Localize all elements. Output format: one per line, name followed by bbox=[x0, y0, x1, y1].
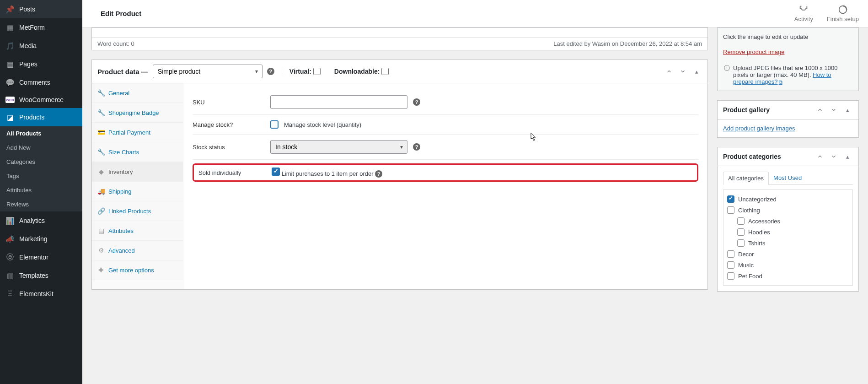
pin-icon: 📌 bbox=[5, 5, 15, 14]
menu-templates-label: Templates bbox=[19, 272, 48, 279]
tab-size-charts[interactable]: 🔧Size Charts bbox=[92, 142, 183, 162]
inventory-pane: SKU ? Manage stock? Manage st bbox=[183, 83, 707, 289]
upload-note-text: Upload JPEG files that are 1000 x 1000 p… bbox=[733, 65, 853, 85]
menu-woocommerce[interactable]: wooWooCommerce bbox=[0, 92, 82, 108]
media-icon: 🎵 bbox=[5, 41, 15, 50]
virtual-checkbox[interactable] bbox=[313, 68, 321, 75]
cat-item-clothing[interactable]: Clothing bbox=[727, 205, 849, 216]
panel-toggle-button[interactable]: ▴ bbox=[842, 151, 853, 162]
templates-icon: ▥ bbox=[5, 271, 15, 280]
card-icon: 💳 bbox=[97, 129, 105, 136]
submenu-all-products[interactable]: All Products bbox=[0, 126, 82, 141]
menu-posts[interactable]: 📌Posts bbox=[0, 0, 82, 18]
panel-up-button[interactable] bbox=[664, 66, 675, 77]
virtual-option[interactable]: Virtual: bbox=[289, 68, 321, 75]
sold-individually-checkbox[interactable] bbox=[272, 168, 280, 176]
panel-toggle-button[interactable]: ▴ bbox=[842, 104, 853, 115]
cat-item-petfood[interactable]: Pet Food bbox=[727, 270, 849, 281]
tab-inventory[interactable]: ◆Inventory bbox=[92, 162, 183, 182]
downloadable-checkbox[interactable] bbox=[381, 68, 389, 75]
tab-get-more[interactable]: ✚Get more options bbox=[92, 260, 183, 280]
manage-stock-checkbox[interactable] bbox=[270, 120, 279, 129]
last-edited: Last edited by Wasim on December 26, 202… bbox=[553, 40, 702, 47]
word-count: Word count: 0 bbox=[97, 40, 134, 47]
cat-checkbox[interactable] bbox=[727, 206, 734, 214]
cat-item-uncategorized[interactable]: Uncategorized bbox=[727, 194, 849, 205]
help-icon[interactable]: ? bbox=[375, 170, 382, 178]
wrench-icon: 🔧 bbox=[97, 109, 105, 116]
panel-toggle-button[interactable]: ▴ bbox=[691, 66, 702, 77]
external-icon: ⧉ bbox=[779, 79, 782, 85]
add-gallery-images-link[interactable]: Add product gallery images bbox=[723, 125, 795, 132]
submenu-attributes[interactable]: Attributes bbox=[0, 183, 82, 197]
downloadable-option[interactable]: Downloadable: bbox=[334, 68, 389, 75]
menu-media-label: Media bbox=[19, 42, 37, 49]
product-data-tabs: 🔧General 🔧Shopengine Badge 💳Partial Paym… bbox=[92, 83, 183, 289]
tab-attributes[interactable]: ▤Attributes bbox=[92, 221, 183, 241]
manage-stock-text: Manage stock level (quantity) bbox=[284, 121, 361, 128]
link-icon: 🔗 bbox=[97, 207, 105, 215]
menu-comments[interactable]: 💬Comments bbox=[0, 73, 82, 92]
wrench-icon: 🔧 bbox=[97, 89, 105, 97]
cat-checkbox[interactable] bbox=[737, 228, 745, 236]
help-icon[interactable]: ? bbox=[413, 98, 420, 106]
submenu-reviews[interactable]: Reviews bbox=[0, 197, 82, 211]
product-type-select[interactable]: Simple product bbox=[153, 65, 263, 78]
menu-marketing[interactable]: 📣Marketing bbox=[0, 230, 82, 248]
menu-comments-label: Comments bbox=[19, 79, 50, 86]
help-icon[interactable]: ? bbox=[267, 68, 274, 75]
cat-checkbox[interactable] bbox=[727, 195, 734, 203]
tab-linked-products[interactable]: 🔗Linked Products bbox=[92, 201, 183, 221]
panel-down-button[interactable] bbox=[828, 104, 839, 115]
menu-elementor[interactable]: ⓔElementor bbox=[0, 248, 82, 266]
cat-tab-most-used[interactable]: Most Used bbox=[769, 172, 806, 184]
menu-pages[interactable]: ▤Pages bbox=[0, 55, 82, 73]
tab-shopengine-badge[interactable]: 🔧Shopengine Badge bbox=[92, 103, 183, 123]
cat-item-tshirts[interactable]: Tshirts bbox=[727, 238, 849, 249]
product-categories-title: Product categories bbox=[723, 153, 781, 160]
panel-down-button[interactable] bbox=[828, 151, 839, 162]
menu-analytics[interactable]: 📊Analytics bbox=[0, 211, 82, 230]
submenu-add-new[interactable]: Add New bbox=[0, 141, 82, 155]
help-icon[interactable]: ? bbox=[413, 143, 420, 151]
menu-templates[interactable]: ▥Templates bbox=[0, 266, 82, 285]
list-icon: ▤ bbox=[97, 227, 105, 234]
submenu-tags[interactable]: Tags bbox=[0, 169, 82, 183]
panel-up-button[interactable] bbox=[814, 104, 825, 115]
cat-checkbox[interactable] bbox=[737, 217, 745, 225]
cat-checkbox[interactable] bbox=[727, 250, 734, 258]
panel-down-button[interactable] bbox=[677, 66, 688, 77]
sold-individually-label: Sold individually bbox=[198, 169, 272, 176]
tab-partial-payment[interactable]: 💳Partial Payment bbox=[92, 123, 183, 142]
category-list[interactable]: Uncategorized Clothing Accessories Hoodi… bbox=[723, 189, 853, 286]
stock-status-select[interactable]: In stock bbox=[270, 140, 407, 154]
menu-products[interactable]: ◪Products bbox=[0, 108, 82, 126]
cat-tab-all[interactable]: All categories bbox=[723, 172, 769, 185]
cat-item-decor[interactable]: Decor bbox=[727, 249, 849, 260]
content-editor: Word count: 0 Last edited by Wasim on De… bbox=[91, 27, 708, 50]
wrench-icon: 🔧 bbox=[97, 148, 105, 156]
tab-advanced[interactable]: ⚙Advanced bbox=[92, 241, 183, 260]
marketing-icon: 📣 bbox=[5, 234, 15, 243]
cat-item-accessories[interactable]: Accessories bbox=[727, 216, 849, 227]
manage-stock-label: Manage stock? bbox=[193, 121, 270, 128]
cat-checkbox[interactable] bbox=[727, 272, 734, 280]
menu-elementskit[interactable]: ΞElementsKit bbox=[0, 285, 82, 303]
gear-icon: ⚙ bbox=[97, 247, 105, 254]
finish-setup-button[interactable]: Finish setup bbox=[827, 5, 859, 22]
cat-item-hoodies[interactable]: Hoodies bbox=[727, 227, 849, 238]
panel-up-button[interactable] bbox=[814, 151, 825, 162]
cat-item-music[interactable]: Music bbox=[727, 260, 849, 270]
cat-checkbox[interactable] bbox=[737, 239, 745, 247]
menu-media[interactable]: 🎵Media bbox=[0, 37, 82, 55]
submenu-categories[interactable]: Categories bbox=[0, 155, 82, 169]
activity-button[interactable]: Activity bbox=[794, 5, 813, 22]
cat-checkbox[interactable] bbox=[727, 261, 734, 269]
comments-icon: 💬 bbox=[5, 78, 15, 87]
remove-product-image-link[interactable]: Remove product image bbox=[723, 49, 784, 55]
tab-shipping[interactable]: 🚚Shipping bbox=[92, 182, 183, 201]
downloadable-label: Downloadable: bbox=[334, 68, 380, 75]
sku-input[interactable] bbox=[270, 95, 407, 109]
menu-metform[interactable]: ▦MetForm bbox=[0, 18, 82, 37]
tab-general[interactable]: 🔧General bbox=[92, 83, 183, 103]
